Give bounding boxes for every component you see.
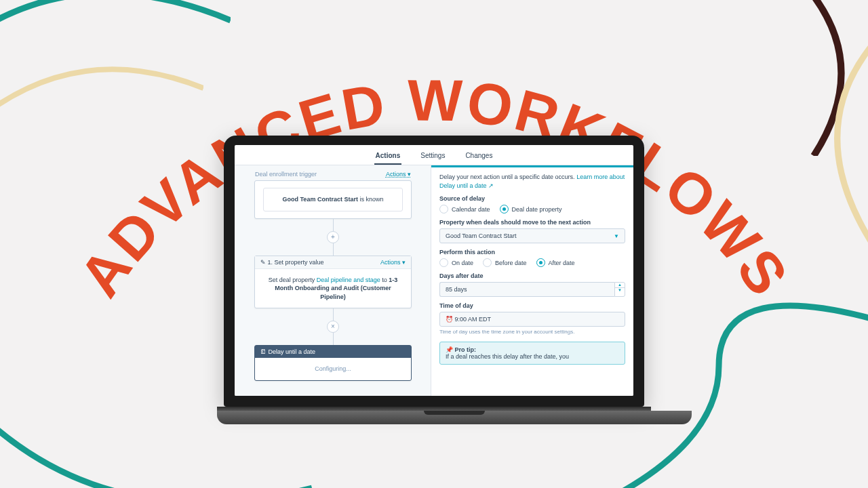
- pro-tip-box: 📌 Pro tip: If a deal reaches this delay …: [439, 342, 625, 365]
- external-link-icon: ↗: [488, 182, 494, 189]
- stepper-down-icon[interactable]: ▼: [615, 288, 625, 293]
- days-label: Days after date: [439, 272, 625, 279]
- decor-stroke-cream-right: [753, 27, 868, 285]
- step-1-title: 1. Set property value: [268, 259, 324, 266]
- add-step-button[interactable]: +: [327, 231, 339, 243]
- stepper-up-icon[interactable]: ▲: [615, 283, 625, 288]
- trigger-property: Good Team Contract Start: [283, 196, 358, 203]
- panel-intro: Delay your next action until a specific …: [439, 173, 625, 190]
- step-2-body: Configuring...: [255, 358, 411, 380]
- edit-icon: ✎: [260, 259, 266, 266]
- trigger-card[interactable]: Good Team Contract Start is known: [254, 180, 412, 219]
- radio-deal-date-property[interactable]: Deal date property: [500, 205, 562, 214]
- step-2-card[interactable]: 🗓 Delay until a date Configuring...: [254, 345, 412, 381]
- laptop: Actions Settings Changes Deal enrollment…: [217, 136, 651, 424]
- time-value: 9:00 AM EDT: [455, 316, 492, 323]
- tab-settings[interactable]: Settings: [419, 149, 446, 165]
- decor-stroke-teal-top: [0, 0, 231, 95]
- calendar-icon: 🗓: [260, 348, 267, 355]
- config-panel: Delay your next action until a specific …: [431, 165, 633, 396]
- step-2-title: Delay until a date: [269, 348, 316, 355]
- decor-stroke-maroon: [773, 0, 868, 156]
- time-hint: Time of day uses the time zone in your a…: [439, 329, 625, 335]
- radio-before-date[interactable]: Before date: [483, 258, 527, 267]
- clock-icon: ⏰: [446, 316, 453, 323]
- pro-tip-heading: Pro tip:: [455, 346, 477, 353]
- workflow-canvas: Deal enrollment trigger Actions ▾ Good T…: [235, 165, 431, 396]
- decor-stroke-cream-top: [0, 47, 203, 156]
- tab-actions[interactable]: Actions: [374, 149, 402, 165]
- radio-after-date[interactable]: After date: [536, 258, 575, 267]
- step-1-body: Set deal property Deal pipeline and stag…: [255, 269, 411, 308]
- trigger-header-row: Deal enrollment trigger Actions ▾: [250, 169, 416, 180]
- remove-step-button[interactable]: ×: [327, 321, 339, 333]
- days-input[interactable]: [439, 282, 614, 297]
- laptop-base: [217, 411, 692, 424]
- trigger-actions-link[interactable]: Actions ▾: [386, 171, 411, 178]
- radio-calendar-date[interactable]: Calendar date: [439, 205, 490, 214]
- perform-label: Perform this action: [439, 249, 625, 256]
- step-1-actions-link[interactable]: Actions ▾: [380, 259, 406, 266]
- step-1-card[interactable]: ✎ 1. Set property value Actions ▾ Set de…: [254, 256, 412, 309]
- pin-icon: 📌: [446, 346, 453, 353]
- property-label: Property when deals should move to the n…: [439, 219, 625, 226]
- property-select-value: Good Team Contract Start: [446, 232, 516, 239]
- trigger-title: Deal enrollment trigger: [255, 171, 317, 178]
- trigger-condition: Good Team Contract Start is known: [263, 188, 403, 211]
- days-stepper[interactable]: ▲ ▼: [439, 282, 625, 297]
- app-screen: Actions Settings Changes Deal enrollment…: [235, 145, 633, 396]
- laptop-bezel: Actions Settings Changes Deal enrollment…: [224, 136, 644, 407]
- tab-bar: Actions Settings Changes: [235, 145, 633, 165]
- radio-on-date[interactable]: On date: [439, 258, 473, 267]
- tab-changes[interactable]: Changes: [464, 149, 494, 165]
- chevron-down-icon: ▼: [614, 233, 619, 239]
- time-label: Time of day: [439, 302, 625, 309]
- step-1-property: Deal pipeline and stage: [317, 277, 380, 283]
- source-label: Source of delay: [439, 195, 625, 202]
- time-select[interactable]: ⏰ 9:00 AM EDT: [439, 312, 625, 327]
- property-select[interactable]: Good Team Contract Start ▼: [439, 228, 625, 243]
- pro-tip-body: If a deal reaches this delay after the d…: [446, 353, 619, 360]
